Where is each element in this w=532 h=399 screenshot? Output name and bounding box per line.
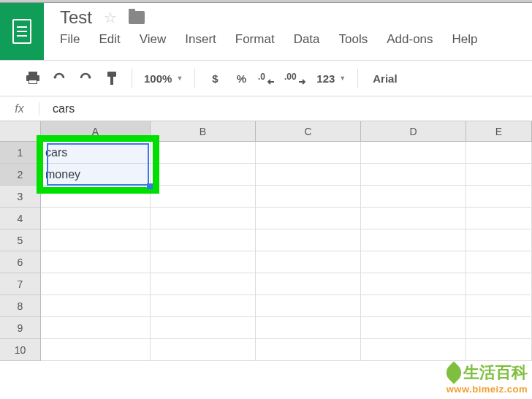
cell-c5[interactable] (256, 229, 361, 251)
cell-a6[interactable] (41, 251, 151, 273)
cell-e10[interactable] (466, 339, 532, 361)
spreadsheet-grid: A B C D E 1 cars 2 money 3 4 5 (0, 121, 532, 361)
cell-a10[interactable] (41, 339, 151, 361)
menu-addons[interactable]: Add-ons (387, 32, 433, 47)
menu-tools[interactable]: Tools (339, 32, 368, 47)
col-header-e[interactable]: E (466, 121, 532, 141)
cell-a2[interactable]: money (41, 164, 151, 186)
folder-icon[interactable] (129, 11, 145, 24)
cell-d4[interactable] (361, 208, 466, 229)
print-button[interactable] (20, 66, 45, 91)
menu-edit[interactable]: Edit (99, 32, 120, 47)
row-header-8[interactable]: 8 (0, 295, 41, 317)
menu-data[interactable]: Data (294, 32, 320, 47)
svg-text:.0: .0 (258, 72, 265, 82)
star-icon[interactable]: ☆ (104, 9, 117, 26)
cell-b2[interactable] (151, 164, 256, 186)
document-title[interactable]: Test (60, 7, 92, 28)
menu-help[interactable]: Help (452, 32, 478, 47)
selection-fill-handle[interactable] (147, 183, 153, 189)
more-formats-dropdown[interactable]: 123 ▼ (312, 72, 350, 85)
decrease-decimal-button[interactable]: .0 (255, 66, 280, 91)
row-header-7[interactable]: 7 (0, 273, 41, 295)
svg-text:.00: .00 (284, 72, 297, 82)
cell-c8[interactable] (256, 295, 361, 317)
cell-e9[interactable] (466, 317, 532, 339)
cell-c1[interactable] (256, 142, 361, 164)
cell-d1[interactable] (361, 142, 466, 164)
col-header-c[interactable]: C (256, 121, 361, 141)
cell-a9[interactable] (41, 317, 151, 339)
font-dropdown[interactable]: Arial (365, 72, 404, 85)
row-header-6[interactable]: 6 (0, 251, 41, 273)
cell-a4[interactable] (41, 208, 151, 229)
cell-e5[interactable] (466, 229, 532, 251)
svg-rect-4 (107, 72, 116, 77)
increase-decimal-button[interactable]: .00 (281, 66, 311, 91)
cell-a5[interactable] (41, 229, 151, 251)
undo-button[interactable] (47, 66, 72, 91)
menu-bar: File Edit View Insert Format Data Tools … (60, 32, 532, 47)
paint-format-button[interactable] (99, 66, 124, 91)
format-percent-button[interactable]: % (229, 66, 254, 91)
row-header-9[interactable]: 9 (0, 317, 41, 339)
cell-b3[interactable] (151, 186, 256, 208)
cell-c6[interactable] (256, 251, 361, 273)
row-header-5[interactable]: 5 (0, 229, 41, 251)
menu-format[interactable]: Format (235, 32, 275, 47)
cell-d2[interactable] (361, 164, 466, 186)
cell-d5[interactable] (361, 229, 466, 251)
cell-a3[interactable] (41, 186, 151, 208)
cell-e3[interactable] (466, 186, 532, 208)
cell-c9[interactable] (256, 317, 361, 339)
cell-e7[interactable] (466, 273, 532, 295)
formula-input[interactable]: cars (39, 102, 75, 115)
cell-e6[interactable] (466, 251, 532, 273)
column-headers: A B C D E (0, 121, 532, 142)
col-header-d[interactable]: D (361, 121, 466, 141)
menu-insert[interactable]: Insert (185, 32, 216, 47)
cell-d6[interactable] (361, 251, 466, 273)
cell-d9[interactable] (361, 317, 466, 339)
cell-b9[interactable] (151, 317, 256, 339)
cell-d3[interactable] (361, 186, 466, 208)
cell-c4[interactable] (256, 208, 361, 229)
cell-e1[interactable] (466, 142, 532, 164)
cell-e4[interactable] (466, 208, 532, 229)
cell-d8[interactable] (361, 295, 466, 317)
col-header-a[interactable]: A (41, 121, 151, 141)
cell-a1[interactable]: cars (41, 142, 151, 164)
select-all-corner[interactable] (0, 121, 41, 141)
zoom-dropdown[interactable]: 100% ▼ (140, 72, 187, 85)
menu-file[interactable]: File (60, 32, 80, 47)
cell-c2[interactable] (256, 164, 361, 186)
row-header-10[interactable]: 10 (0, 339, 41, 361)
watermark: 生活百科 www.bimeiz.com (446, 362, 528, 395)
cell-d10[interactable] (361, 339, 466, 361)
cell-b8[interactable] (151, 295, 256, 317)
row-header-2[interactable]: 2 (0, 164, 41, 186)
cell-e2[interactable] (466, 164, 532, 186)
cell-b6[interactable] (151, 251, 256, 273)
cell-b4[interactable] (151, 208, 256, 229)
row-header-1[interactable]: 1 (0, 142, 41, 164)
cell-a8[interactable] (41, 295, 151, 317)
cell-c10[interactable] (256, 339, 361, 361)
cell-e8[interactable] (466, 295, 532, 317)
cell-d7[interactable] (361, 273, 466, 295)
format-currency-button[interactable]: $ (202, 66, 227, 91)
svg-rect-5 (110, 77, 113, 85)
cell-c7[interactable] (256, 273, 361, 295)
row-header-4[interactable]: 4 (0, 208, 41, 229)
cell-b5[interactable] (151, 229, 256, 251)
cell-c3[interactable] (256, 186, 361, 208)
menu-view[interactable]: View (140, 32, 167, 47)
col-header-b[interactable]: B (151, 121, 256, 141)
redo-button[interactable] (73, 66, 98, 91)
toolbar: 100% ▼ $ % .0 .00 123 ▼ Arial (0, 60, 532, 96)
cell-b1[interactable] (151, 142, 256, 164)
cell-a7[interactable] (41, 273, 151, 295)
cell-b7[interactable] (151, 273, 256, 295)
row-header-3[interactable]: 3 (0, 186, 41, 208)
cell-b10[interactable] (151, 339, 256, 361)
